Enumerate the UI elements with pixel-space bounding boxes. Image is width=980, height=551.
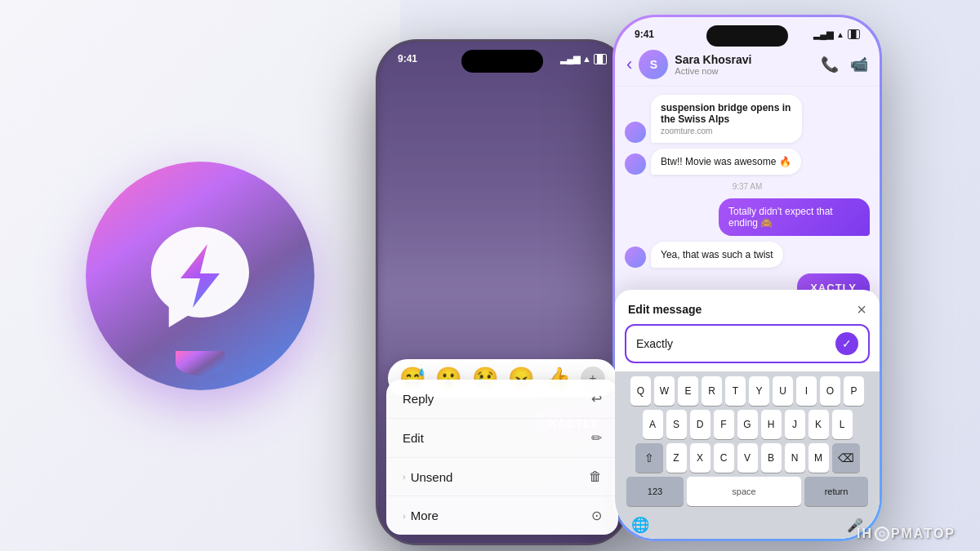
- keyboard-row-bottom: 123 space return: [618, 477, 876, 509]
- context-menu-more[interactable]: › More ⊙: [386, 496, 618, 535]
- edit-confirm-button[interactable]: ✓: [835, 332, 858, 355]
- key-v[interactable]: V: [737, 443, 758, 473]
- key-c[interactable]: C: [714, 443, 734, 473]
- key-f[interactable]: F: [714, 410, 734, 439]
- key-m[interactable]: M: [808, 443, 829, 473]
- voice-call-button[interactable]: 📞: [821, 56, 839, 73]
- time-label: 9:37 AM: [625, 180, 870, 193]
- edit-label: Edit: [403, 431, 424, 445]
- more-icon: ⊙: [591, 508, 602, 523]
- key-123[interactable]: 123: [626, 477, 684, 506]
- more-chevron: ›: [403, 511, 406, 521]
- emoji-keyboard-icon[interactable]: 🌐: [631, 516, 649, 534]
- messenger-bolt-icon: [139, 215, 261, 337]
- contact-avatar: S: [639, 50, 668, 79]
- contact-info: Sara Khosravi Active now: [675, 53, 814, 76]
- watermark-inner-circle-icon: [879, 531, 884, 537]
- back-button[interactable]: ‹: [626, 54, 632, 75]
- msg-movie-bubble: Btw!! Movie was awesome 🔥: [651, 149, 801, 175]
- msg-twist-text: Yea, that was such a twist: [661, 249, 773, 260]
- key-w[interactable]: W: [654, 376, 675, 406]
- battery-2-icon: ▉: [848, 29, 860, 39]
- keyboard: Q W E R T Y U I O P A S D F G: [615, 371, 880, 511]
- phone-2-wrapper: 9:41 ▂▄▆ ▲ ▉ ‹ S Sara Khosravi Active no…: [612, 15, 882, 541]
- chat-header: ‹ S Sara Khosravi Active now 📞 📹: [615, 43, 880, 87]
- contact-name: Sara Khosravi: [675, 53, 814, 66]
- chat-messages: suspension bridge opens in the Swiss Alp…: [615, 87, 880, 299]
- key-shift[interactable]: ⇧: [635, 443, 663, 473]
- wifi-2-icon: ▲: [836, 30, 844, 39]
- key-s[interactable]: S: [666, 410, 687, 439]
- reply-icon: ↩: [591, 391, 602, 407]
- unsend-chevron: ›: [403, 472, 406, 482]
- key-o[interactable]: O: [820, 376, 840, 406]
- contact-status: Active now: [675, 66, 814, 76]
- key-k[interactable]: K: [808, 410, 829, 439]
- messenger-logo: [86, 162, 314, 390]
- keyboard-row-1: Q W E R T Y U I O P: [618, 376, 876, 406]
- watermark-text-2: РМАТОР: [891, 527, 956, 541]
- key-z[interactable]: Z: [666, 443, 687, 473]
- key-y[interactable]: Y: [749, 376, 769, 406]
- key-l[interactable]: L: [832, 410, 853, 439]
- msg-twist-bubble: Yea, that was such a twist: [651, 242, 783, 268]
- context-menu-reply[interactable]: Reply ↩: [386, 380, 618, 419]
- msg-avatar-3: [625, 247, 646, 268]
- key-e[interactable]: E: [678, 376, 698, 406]
- link-preview-bubble: suspension bridge opens in the Swiss Alp…: [651, 95, 802, 143]
- msg-ending-bubble: Totally didn't expect that ending 🙈: [719, 198, 870, 236]
- edit-message-modal: Edit message × ✓ Q W E R T Y U I: [615, 290, 880, 539]
- watermark-circle-icon: [875, 527, 889, 541]
- msg-row-twist: Yea, that was such a twist: [625, 242, 870, 268]
- phone-1: 9:41 ▂▄▆ ▲ ▉ 😅 😮 😢 😠 👍 + XACTLY Reply ↩ …: [376, 39, 629, 545]
- edit-text-input[interactable]: [636, 337, 829, 350]
- unsend-label: Unsend: [411, 470, 453, 484]
- phone-2: 9:41 ▂▄▆ ▲ ▉ ‹ S Sara Khosravi Active no…: [615, 17, 880, 539]
- watermark: ІН РМАТОР: [857, 527, 956, 541]
- key-return[interactable]: return: [804, 477, 868, 506]
- phone-1-time: 9:41: [398, 53, 417, 64]
- key-j[interactable]: J: [785, 410, 805, 439]
- key-space[interactable]: space: [687, 477, 801, 506]
- key-t[interactable]: T: [725, 376, 746, 406]
- key-g[interactable]: G: [737, 410, 758, 439]
- keyboard-row-2: A S D F G H J K L: [618, 410, 876, 439]
- keyboard-row-3: ⇧ Z X C V B N M ⌫: [618, 443, 876, 473]
- signal-bars-icon: ▂▄▆: [560, 54, 580, 64]
- battery-icon: ▉: [594, 54, 607, 64]
- link-url: zoomture.com: [661, 127, 792, 136]
- logo-section: [0, 0, 400, 551]
- edit-modal-header: Edit message ×: [615, 290, 880, 324]
- more-label: More: [411, 509, 439, 522]
- link-title: suspension bridge opens in the Swiss Alp…: [661, 102, 792, 125]
- context-menu: Reply ↩ Edit ✏ › Unsend 🗑 › More ⊙: [386, 380, 618, 535]
- key-u[interactable]: U: [773, 376, 793, 406]
- context-menu-unsend[interactable]: › Unsend 🗑: [386, 458, 618, 496]
- key-n[interactable]: N: [785, 443, 805, 473]
- msg-row-ending: Totally didn't expect that ending 🙈: [625, 198, 870, 236]
- msg-ending-text: Totally didn't expect that ending 🙈: [728, 206, 833, 229]
- keyboard-bottom-bar: 🌐 🎤: [615, 511, 880, 539]
- msg-avatar-1: [625, 122, 646, 143]
- key-x[interactable]: X: [690, 443, 710, 473]
- phone-1-signal: ▂▄▆ ▲ ▉: [560, 53, 607, 64]
- more-left: › More: [403, 509, 439, 522]
- key-p[interactable]: P: [844, 376, 864, 406]
- edit-modal-close-button[interactable]: ×: [857, 301, 866, 318]
- key-h[interactable]: H: [761, 410, 782, 439]
- msg-movie-text: Btw!! Movie was awesome 🔥: [661, 156, 791, 167]
- video-call-button[interactable]: 📹: [850, 56, 868, 73]
- key-backspace[interactable]: ⌫: [832, 443, 860, 473]
- key-d[interactable]: D: [690, 410, 710, 439]
- key-i[interactable]: I: [796, 376, 817, 406]
- key-b[interactable]: B: [761, 443, 782, 473]
- key-a[interactable]: A: [643, 410, 663, 439]
- edit-input-container: ✓: [625, 324, 870, 363]
- edit-modal-title: Edit message: [628, 303, 702, 316]
- phone-2-status-bar: 9:41 ▂▄▆ ▲ ▉: [615, 17, 880, 40]
- key-r[interactable]: R: [702, 376, 722, 406]
- reply-label: Reply: [403, 392, 434, 406]
- key-q[interactable]: Q: [630, 376, 651, 406]
- context-menu-edit[interactable]: Edit ✏: [386, 419, 618, 458]
- phone-2-signal: ▂▄▆ ▲ ▉: [813, 29, 860, 40]
